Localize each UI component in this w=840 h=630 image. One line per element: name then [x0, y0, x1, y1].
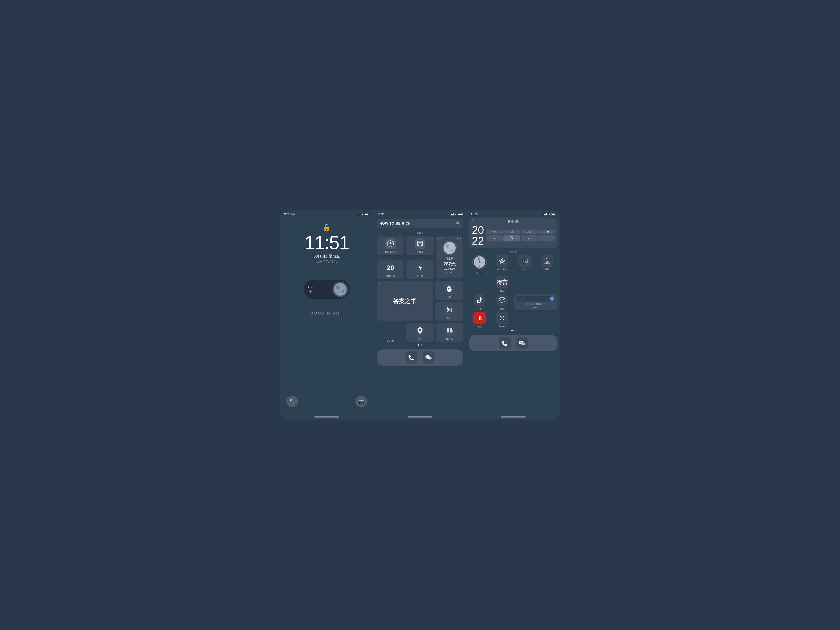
app-deskclock[interactable]: 20 桌面时钟 — [377, 260, 404, 279]
right-app-row2: 抖音 信息 — [469, 294, 557, 310]
cal-day-sat: SAT — [521, 235, 537, 242]
camera-shortcut-button[interactable]: 📷 — [355, 396, 367, 407]
iscreen-bottom-label: iScreen — [387, 339, 394, 342]
signal-icon-right — [543, 213, 547, 215]
battery-icon-middle — [458, 213, 463, 215]
calendar-widget[interactable]: ✦ · · ✦ · · ✦ · ✦ 拥抱长夜 20 22 MON — [469, 218, 557, 248]
app-appstore[interactable]: A App Store — [492, 254, 513, 271]
analog-clock-widget[interactable]: 12 3 6 9 — [469, 254, 490, 275]
stars-top-left: ✦ · ✦ — [437, 237, 442, 240]
svg-point-67 — [521, 342, 525, 345]
svg-point-30 — [428, 357, 428, 357]
search-bar[interactable]: HOW TO BE RICH 🔍 — [377, 219, 463, 228]
analog-clock-face: 12 3 6 9 — [472, 254, 487, 270]
svg-point-24 — [447, 328, 449, 330]
svg-point-38 — [472, 262, 473, 262]
app-photos[interactable]: 照片 — [514, 254, 535, 271]
dock-wechat-right[interactable] — [516, 337, 528, 349]
cal-day-sun: 🐾 — [538, 235, 555, 242]
zhihu-icon: 知 — [444, 304, 455, 315]
charge-label: 充电酷 — [417, 275, 423, 278]
memorial-time: 12:06:30 — [444, 267, 455, 270]
svg-point-61 — [502, 299, 502, 300]
dock-phone[interactable]: ✦ — [406, 352, 417, 363]
right-screen-content: ✦ · · ✦ · · ✦ · ✦ 拥抱长夜 20 22 MON — [467, 218, 560, 420]
camera-icon — [541, 254, 553, 267]
section-label-middle: iScreen — [377, 231, 463, 234]
app-iscreen-bottom[interactable]: iScreen — [377, 323, 404, 342]
charge-icon — [415, 262, 425, 273]
svg-text:书: 书 — [477, 316, 482, 321]
svg-point-36 — [486, 262, 487, 262]
camera-label: 相机 — [545, 268, 549, 271]
zhihu-label: 知乎 — [447, 316, 452, 319]
svg-rect-58 — [546, 258, 547, 259]
maps-icon: ✦ — [415, 325, 425, 336]
toggle-track[interactable] — [517, 295, 555, 302]
svg-point-51 — [479, 262, 480, 263]
app-camera[interactable]: 相机 — [537, 254, 557, 271]
status-bar-right: 11:53 ▲ — [467, 210, 560, 218]
search-text: HOW TO BE RICH — [380, 222, 454, 226]
status-indicators-right: ▲ — [543, 213, 556, 216]
time-label-middle: 11:53 — [377, 213, 384, 216]
svg-point-68 — [520, 342, 521, 343]
cal-stars-right: · ✦ · ✦ — [549, 219, 555, 221]
right-app-row3: 书 设置 iScreen — [469, 312, 557, 328]
app-zhihu[interactable]: 知 知乎 — [435, 302, 463, 321]
app-maps[interactable]: ✦ 地图 — [406, 323, 434, 342]
wifi-icon-middle: ▲ — [455, 213, 457, 216]
svg-text:✦: ✦ — [412, 355, 414, 357]
dock-wechat[interactable] — [423, 352, 434, 363]
cal-date-22: 22 — [472, 235, 484, 246]
svg-point-31 — [429, 358, 429, 358]
svg-point-69 — [521, 342, 522, 343]
svg-point-54 — [523, 260, 524, 261]
svg-text:A: A — [501, 259, 504, 263]
app-redbook[interactable]: 书 设置 — [469, 312, 490, 328]
memorial-widget[interactable]: ✦ · ✦ ✦ · ✦ 纪念日 287天 12:06:30 iScreen — [436, 236, 463, 278]
cal-days: MON TUE WED — [486, 230, 555, 242]
svg-text:✦: ✦ — [506, 341, 507, 343]
svg-point-16 — [448, 288, 449, 289]
status-indicators-middle: ▲ — [450, 213, 463, 216]
goodnight-toggle-widget[interactable]: GOOD NIGHT iScreen — [514, 294, 557, 310]
cal-stars-left: ✦ · · ✦ · — [472, 219, 479, 221]
app-tiktok[interactable]: 抖音 — [469, 294, 490, 310]
widget-row-4: iScreen ✦ 地图 — [377, 323, 463, 342]
status-indicators: ▲ — [357, 213, 369, 216]
app-messages[interactable]: 信息 — [492, 294, 513, 310]
page-dots-middle — [377, 344, 463, 346]
toggle-widget-iscreen-label: iScreen — [533, 306, 539, 308]
clock-widget-label: iScreen — [476, 272, 483, 275]
moon-widget-icon — [442, 241, 457, 255]
svg-text:9: 9 — [475, 261, 476, 263]
photos-icon — [518, 254, 531, 267]
sleep-toggle[interactable]: ✦ · ·· ✦ · — [304, 280, 350, 299]
svg-point-28 — [428, 357, 432, 360]
messages-icon — [496, 294, 508, 306]
app-qq[interactable]: QQ — [435, 281, 463, 300]
svg-text:3: 3 — [483, 261, 485, 263]
dot-r-1 — [511, 330, 513, 331]
lock-screen: 中国移动 ▲ 🔓 11:51 3月18日 星期五 壬寅年二月十六 ✦ — [280, 210, 373, 420]
dock-phone-right[interactable]: ✦ — [499, 337, 511, 349]
tiktok-icon — [473, 294, 486, 306]
app-deyan[interactable]: 得言 得言 — [492, 276, 513, 292]
app-iscreen2[interactable]: iScreen — [436, 323, 463, 342]
cal-month-label: 三月 — [538, 230, 555, 234]
app-charge[interactable]: 充电酷 — [406, 260, 434, 279]
app-settings[interactable]: iScreen — [492, 312, 513, 328]
good-night-label: GOOD NIGHT — [310, 311, 343, 316]
search-icon[interactable]: 🔍 — [456, 221, 460, 226]
svg-point-14 — [447, 289, 448, 291]
svg-point-29 — [427, 357, 427, 357]
right-app-grid: 12 3 6 9 — [469, 254, 557, 292]
svg-point-32 — [430, 358, 431, 358]
flashlight-button[interactable]: 🔦 — [286, 396, 298, 407]
svg-point-70 — [522, 344, 523, 344]
answer-widget[interactable]: ✦ · · ✦ · ✦ · 答案之书 — [377, 281, 433, 321]
deyan-label: 得言 — [500, 289, 504, 292]
memorial-days: 287天 — [444, 261, 456, 267]
qq-zhihu-stack: QQ 知 知乎 — [435, 281, 463, 321]
